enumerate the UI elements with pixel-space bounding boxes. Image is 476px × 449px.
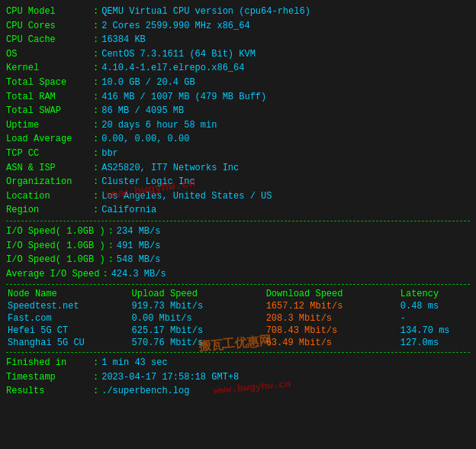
sysinfo-value: QEMU Virtual CPU version (cpu64-rhel6) — [101, 5, 310, 19]
sysinfo-label: CPU Cache — [6, 33, 90, 47]
sysinfo-label: TCP CC — [6, 147, 90, 161]
io-row: I/O Speed( 1.0GB ):234 MB/s — [6, 224, 470, 239]
io-value: 548 MB/s — [117, 253, 161, 267]
sysinfo-row: Kernel:4.10.4-1.el7.elrepo.x86_64 — [6, 61, 470, 76]
footer-value: ./superbench.log — [101, 384, 189, 399]
sysinfo-value: AS25820, IT7 Networks Inc — [101, 161, 239, 176]
sysinfo-value: 416 MB / 1007 MB (479 MB Buff) — [101, 90, 266, 105]
sysinfo-value: bbr — [101, 147, 118, 161]
sysinfo-row: CPU Cores:2 Cores 2599.990 MHz x86_64 — [6, 19, 470, 34]
terminal-container: CPU Model:QEMU Virtual CPU version (cpu6… — [0, 0, 476, 403]
network-upload: 570.76 Mbit/s — [130, 337, 265, 349]
system-info-section: CPU Model:QEMU Virtual CPU version (cpu6… — [6, 5, 470, 218]
network-row: Fast.com 0.00 Mbit/s 208.3 Mbit/s - — [6, 312, 470, 325]
network-node: Speedtest.net — [6, 300, 130, 312]
divider-1 — [6, 221, 470, 221]
sysinfo-row: TCP CC:bbr — [6, 147, 470, 161]
sysinfo-value: Los Angeles, United States / US — [101, 189, 272, 204]
sysinfo-label: Total Space — [6, 76, 90, 90]
sysinfo-value: 86 MB / 4095 MB — [101, 104, 184, 118]
sysinfo-label: Location — [6, 189, 90, 204]
io-row: I/O Speed( 1.0GB ):491 MB/s — [6, 239, 470, 254]
network-upload: 625.17 Mbit/s — [130, 325, 265, 337]
network-node: Hefei 5G CT — [6, 325, 130, 337]
sysinfo-row: Total SWAP:86 MB / 4095 MB — [6, 104, 470, 118]
sysinfo-value: 20 days 6 hour 58 min — [101, 118, 217, 133]
sysinfo-row: Total Space:10.0 GB / 20.4 GB — [6, 76, 470, 90]
footer-value: 1 min 43 sec — [101, 356, 167, 370]
footer-row: Finished in:1 min 43 sec — [6, 356, 470, 370]
footer-value: 2023-04-17 17:58:18 GMT+8 — [101, 370, 239, 385]
network-section: Node Name Upload Speed Download Speed La… — [6, 288, 470, 349]
sysinfo-label: Total RAM — [6, 90, 90, 105]
col-latency: Latency — [399, 288, 470, 300]
network-row: Shanghai 5G CU 570.76 Mbit/s 63.49 Mbit/… — [6, 337, 470, 349]
sysinfo-label: OS — [6, 47, 90, 62]
network-node: Fast.com — [6, 312, 130, 325]
sysinfo-row: Load Average:0.00, 0.00, 0.00 — [6, 132, 470, 147]
sysinfo-value: 10.0 GB / 20.4 GB — [101, 76, 195, 90]
divider-2 — [6, 284, 470, 285]
sysinfo-row: Uptime:20 days 6 hour 58 min — [6, 118, 470, 133]
footer-label: Finished in — [6, 356, 90, 370]
sysinfo-row: CPU Cache:16384 KB — [6, 33, 470, 47]
io-speed-section: I/O Speed( 1.0GB ):234 MB/sI/O Speed( 1.… — [6, 224, 470, 281]
footer-label: Timestamp — [6, 370, 90, 385]
sysinfo-value: Cluster Logic Inc — [101, 175, 195, 189]
sysinfo-value: 4.10.4-1.el7.elrepo.x86_64 — [101, 61, 244, 76]
sysinfo-label: CPU Cores — [6, 19, 90, 34]
footer-row: Results:./superbench.log — [6, 384, 470, 399]
network-latency: 0.48 ms — [399, 300, 470, 312]
sysinfo-row: CPU Model:QEMU Virtual CPU version (cpu6… — [6, 5, 470, 19]
network-latency: - — [399, 312, 470, 325]
footer-section: Finished in:1 min 43 secTimestamp:2023-0… — [6, 356, 470, 399]
footer-row: Timestamp:2023-04-17 17:58:18 GMT+8 — [6, 370, 470, 385]
io-label: I/O Speed( 1.0GB ) — [6, 224, 105, 239]
col-node: Node Name — [6, 288, 130, 300]
io-value: 491 MB/s — [117, 239, 161, 254]
io-label: I/O Speed( 1.0GB ) — [6, 253, 105, 267]
io-row: Average I/O Speed:424.3 MB/s — [6, 267, 470, 282]
col-download: Download Speed — [265, 288, 399, 300]
sysinfo-value: 16384 KB — [101, 33, 146, 47]
network-download: 208.3 Mbit/s — [265, 312, 399, 325]
footer-label: Results — [6, 384, 90, 399]
divider-3 — [6, 352, 470, 353]
sysinfo-row: Organization:Cluster Logic Inc — [6, 175, 470, 189]
network-header-row: Node Name Upload Speed Download Speed La… — [6, 288, 470, 300]
network-row: Hefei 5G CT 625.17 Mbit/s 708.43 Mbit/s … — [6, 325, 470, 337]
sysinfo-label: Kernel — [6, 61, 90, 76]
network-table: Node Name Upload Speed Download Speed La… — [6, 288, 470, 349]
io-label: I/O Speed( 1.0GB ) — [6, 239, 105, 254]
io-row: I/O Speed( 1.0GB ):548 MB/s — [6, 253, 470, 267]
io-label: Average I/O Speed — [6, 267, 99, 282]
network-download: 1657.12 Mbit/s — [265, 300, 399, 312]
sysinfo-row: Location:Los Angeles, United States / US — [6, 189, 470, 204]
network-row: Speedtest.net 919.73 Mbit/s 1657.12 Mbit… — [6, 300, 470, 312]
io-value: 424.3 MB/s — [111, 267, 166, 282]
sysinfo-row: Region:California — [6, 203, 470, 218]
io-value: 234 MB/s — [117, 224, 161, 239]
sysinfo-label: Uptime — [6, 118, 90, 133]
sysinfo-value: 2 Cores 2599.990 MHz x86_64 — [101, 19, 249, 34]
sysinfo-label: Load Average — [6, 132, 90, 147]
sysinfo-label: ASN & ISP — [6, 161, 90, 176]
sysinfo-value: California — [101, 203, 156, 218]
network-latency: 127.0ms — [399, 337, 470, 349]
sysinfo-value: CentOS 7.3.1611 (64 Bit) KVM — [101, 47, 256, 62]
network-upload: 0.00 Mbit/s — [130, 312, 265, 325]
sysinfo-row: OS:CentOS 7.3.1611 (64 Bit) KVM — [6, 47, 470, 62]
sysinfo-row: ASN & ISP:AS25820, IT7 Networks Inc — [6, 161, 470, 176]
network-node: Shanghai 5G CU — [6, 337, 130, 349]
sysinfo-label: Organization — [6, 175, 90, 189]
sysinfo-value: 0.00, 0.00, 0.00 — [101, 132, 189, 147]
network-upload: 919.73 Mbit/s — [130, 300, 265, 312]
network-download: 63.49 Mbit/s — [265, 337, 399, 349]
network-latency: 134.70 ms — [399, 325, 470, 337]
sysinfo-row: Total RAM:416 MB / 1007 MB (479 MB Buff) — [6, 90, 470, 105]
sysinfo-label: Total SWAP — [6, 104, 90, 118]
sysinfo-label: CPU Model — [6, 5, 90, 19]
col-upload: Upload Speed — [130, 288, 265, 300]
sysinfo-label: Region — [6, 203, 90, 218]
network-download: 708.43 Mbit/s — [265, 325, 399, 337]
